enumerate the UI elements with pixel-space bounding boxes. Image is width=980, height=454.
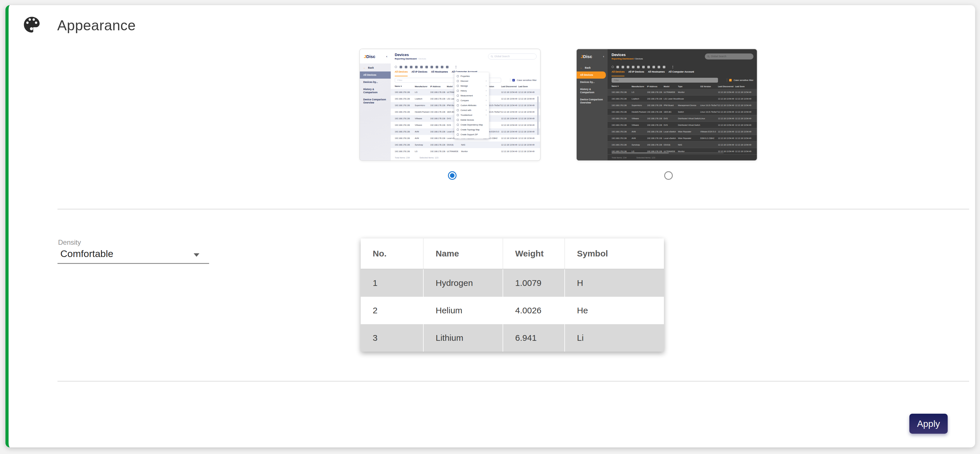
table-row: 192.168.178.136Supermicro192.168.178.136… [608, 102, 757, 109]
discover-icon [457, 80, 459, 82]
breadcrumb: Reporting Dashboard / Devices [612, 57, 643, 60]
cell: 192.168.178.136 [395, 104, 415, 106]
selected-items-label: Selected items: 123 [420, 156, 439, 159]
submenu-chevron-icon: › [486, 99, 487, 102]
tab: All IP Devices [628, 70, 644, 76]
menu-item-label: Discover [461, 80, 468, 82]
cell: 192.168.178.136 [612, 144, 632, 146]
column-header: No. [361, 238, 423, 269]
copy-icon [405, 66, 407, 68]
cell: 192.168.178.136 [647, 131, 663, 133]
cell: 2 [361, 297, 423, 324]
cell: 192.168.178.136 [612, 117, 632, 119]
density-select[interactable]: Comfortable [57, 247, 209, 264]
table-row: 192.168.178.136Synology192.168.178.136DS… [391, 141, 540, 148]
search-placeholder: Global Search [711, 55, 726, 58]
menu-item-label: Troubleshoot [461, 114, 472, 116]
preview-footer: Total items: 234Selected items: 123 [608, 155, 757, 160]
cell: Wlan Repeater [678, 137, 700, 139]
cell: VMware ESXi 5.0 [700, 131, 718, 133]
cell: 12.12.18 13:54:49 [718, 104, 735, 106]
cell: 192.168.178.136 [612, 137, 632, 139]
cell: 192.168.178.136 [395, 131, 415, 133]
cell: Wlan Repeater [678, 131, 700, 133]
cell: 12.12.18 13:54:49 [501, 91, 518, 93]
menu-item-label: Delete Devices [461, 119, 474, 121]
cell: 12.12.18 13:54:49 [735, 91, 752, 93]
properties-icon [457, 75, 459, 77]
cell: H [564, 269, 664, 297]
theme-radio-light[interactable] [448, 171, 457, 180]
cell: 12.12.18 13:54:49 [518, 137, 536, 139]
cell: 192.168.178.136 [395, 117, 415, 119]
cell: 12.12.18 13:54:49 [718, 98, 735, 100]
theme-preview-light[interactable]: JDisc‹←BackAll DevicesDevices by...Histo… [359, 49, 541, 161]
breadcrumb-current-bold: Reporting Dashboard [395, 57, 417, 60]
cell: He [564, 297, 664, 324]
table-row: 192.168.178.136LG192.168.178.136ULTRAWID… [608, 148, 757, 155]
theme-radio-dark[interactable] [664, 171, 673, 180]
apply-button[interactable]: Apply [909, 414, 948, 434]
column-header: Last Discovered [718, 86, 735, 87]
cell: 192.168.178.136 [647, 150, 663, 152]
back-label: Back [585, 66, 591, 69]
global-search-input: Global Search [488, 54, 537, 59]
cell: 12.12.18 13:54:49 [501, 144, 518, 146]
cell: 12.12.18 13:54:49 [735, 117, 752, 119]
submenu-chevron-icon: › [486, 114, 487, 116]
palette-icon [22, 16, 41, 35]
table-row: 192.168.178.136LG192.168.178.136ULTRAWID… [608, 89, 757, 95]
case-sensitive-checkbox: ✓ [729, 79, 732, 81]
column-header: IP Address [430, 86, 447, 87]
cell: Monitor [678, 150, 700, 152]
export-csv-icon [415, 66, 418, 68]
history-icon [420, 66, 423, 68]
context-menu-item: Create Dependency Map [455, 122, 489, 127]
app-logo: JDisc‹ [577, 49, 608, 63]
cell: 192.168.178.136 [430, 111, 447, 113]
horizontal-scrollbar-thumb [612, 152, 669, 154]
cell: 12.12.18 13:54:49 [501, 150, 518, 152]
cell: DSM 6.2-23842 [700, 137, 718, 139]
theme-preview-dark[interactable]: JDisc‹←BackAll DevicesDevices by...Histo… [576, 49, 757, 161]
cell: Li [564, 324, 664, 352]
cell: 12.12.18 13:54:49 [518, 104, 536, 106]
window-title: Devices [395, 52, 426, 57]
tab: All Computer Account [668, 70, 694, 76]
breadcrumb-rest: / Devices [417, 57, 426, 60]
density-label: Density [58, 238, 81, 246]
tab: All Hostnames [648, 70, 665, 76]
preview-header: DevicesReporting Dashboard / DevicesGlob… [608, 49, 757, 63]
cell: 192.168.178.136 [612, 150, 632, 152]
cell: 12.12.18 13:54:49 [501, 137, 518, 139]
cell: 12.12.18 13:54:49 [718, 117, 735, 119]
cell: 1820-8G [663, 111, 678, 113]
dot [673, 68, 673, 68]
table-row: 192.168.178.136VMware192.168.178.136DVSD… [608, 115, 757, 122]
cell: 192.168.178.136 [430, 117, 447, 119]
context-menu-item: Compare› [455, 98, 489, 103]
cell: 4.0026 [503, 297, 564, 324]
column-header: Weight [503, 238, 564, 269]
cell: 12.12.18 13:54:49 [735, 150, 752, 152]
context-menu-item: Discover› [455, 79, 489, 84]
logo-disc: Disc [366, 54, 375, 59]
cell: 192.168.178.136 [395, 150, 415, 152]
cell: Hydrogen [423, 269, 503, 297]
column-header: Name [423, 238, 503, 269]
submenu-chevron-icon: › [486, 109, 487, 111]
cell: 12.12.18 13:54:49 [518, 131, 536, 133]
cell: 192.168.178.136 [612, 131, 632, 133]
preview-sidebar: JDisc‹←BackAll DevicesDevices by...Histo… [360, 49, 391, 160]
cell: 12.12.18 13:54:49 [735, 144, 752, 146]
context-menu-item: Create Support ZIP [455, 132, 489, 137]
density-value: Comfortable [60, 248, 113, 259]
export-pdf-icon [410, 66, 412, 68]
menu-item-label: Measurement [461, 95, 473, 97]
cell: 12.12.18 13:54:49 [501, 111, 518, 113]
cell: Supermicro [415, 104, 430, 106]
cell: Helium [423, 297, 503, 324]
cell: 12.12.18 13:54:49 [501, 124, 518, 126]
cell: DS416j [447, 144, 461, 146]
tab: All Hostnames [431, 70, 448, 76]
